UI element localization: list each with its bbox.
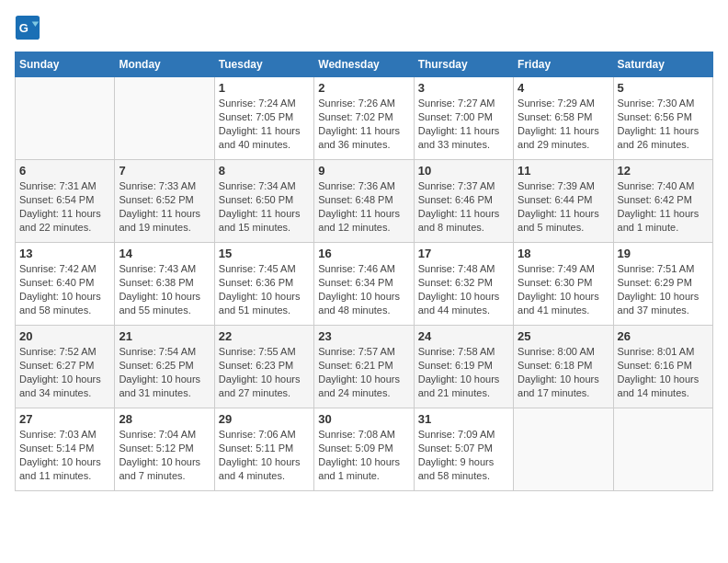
day-number: 29 <box>219 412 310 426</box>
day-number: 22 <box>219 329 310 343</box>
day-info: Sunrise: 7:34 AM Sunset: 6:50 PM Dayligh… <box>219 179 310 234</box>
day-number: 13 <box>19 247 110 260</box>
day-number: 15 <box>219 247 310 260</box>
day-info: Sunrise: 8:00 AM Sunset: 6:18 PM Dayligh… <box>518 345 609 399</box>
day-info: Sunrise: 7:04 AM Sunset: 5:12 PM Dayligh… <box>119 428 210 482</box>
weekday-header-friday: Friday <box>514 52 613 77</box>
calendar-cell: 9Sunrise: 7:36 AM Sunset: 6:48 PM Daylig… <box>314 160 414 243</box>
calendar-cell: 27Sunrise: 7:03 AM Sunset: 5:14 PM Dayli… <box>16 408 115 491</box>
day-number: 1 <box>219 81 310 95</box>
day-info: Sunrise: 7:55 AM Sunset: 6:23 PM Dayligh… <box>219 345 310 399</box>
calendar-cell: 29Sunrise: 7:06 AM Sunset: 5:11 PM Dayli… <box>214 408 313 491</box>
day-info: Sunrise: 8:01 AM Sunset: 6:16 PM Dayligh… <box>618 345 709 399</box>
calendar-cell: 30Sunrise: 7:08 AM Sunset: 5:09 PM Dayli… <box>314 408 414 491</box>
weekday-header-wednesday: Wednesday <box>314 52 414 77</box>
calendar-cell: 16Sunrise: 7:46 AM Sunset: 6:34 PM Dayli… <box>314 243 414 326</box>
calendar-cell: 5Sunrise: 7:30 AM Sunset: 6:56 PM Daylig… <box>613 77 712 160</box>
calendar-cell: 22Sunrise: 7:55 AM Sunset: 6:23 PM Dayli… <box>214 326 313 408</box>
day-number: 26 <box>618 329 709 343</box>
day-info: Sunrise: 7:29 AM Sunset: 6:58 PM Dayligh… <box>518 97 609 151</box>
day-info: Sunrise: 7:54 AM Sunset: 6:25 PM Dayligh… <box>119 345 210 399</box>
logo: G <box>15 15 42 40</box>
day-number: 10 <box>418 164 509 178</box>
day-number: 8 <box>219 164 310 178</box>
day-info: Sunrise: 7:31 AM Sunset: 6:54 PM Dayligh… <box>19 179 110 234</box>
weekday-header-sunday: Sunday <box>16 52 115 77</box>
weekday-header-monday: Monday <box>115 52 214 77</box>
calendar-cell: 23Sunrise: 7:57 AM Sunset: 6:21 PM Dayli… <box>314 326 414 408</box>
calendar-cell: 3Sunrise: 7:27 AM Sunset: 7:00 PM Daylig… <box>414 77 513 160</box>
calendar-cell: 20Sunrise: 7:52 AM Sunset: 6:27 PM Dayli… <box>16 326 115 408</box>
calendar-table: SundayMondayTuesdayWednesdayThursdayFrid… <box>15 52 713 491</box>
calendar-week-5: 27Sunrise: 7:03 AM Sunset: 5:14 PM Dayli… <box>16 408 713 491</box>
day-info: Sunrise: 7:45 AM Sunset: 6:36 PM Dayligh… <box>219 262 310 316</box>
day-info: Sunrise: 7:24 AM Sunset: 7:05 PM Dayligh… <box>219 97 310 151</box>
calendar-cell: 11Sunrise: 7:39 AM Sunset: 6:44 PM Dayli… <box>514 160 613 243</box>
calendar-cell: 8Sunrise: 7:34 AM Sunset: 6:50 PM Daylig… <box>214 160 313 243</box>
page-header: G <box>15 15 713 40</box>
weekday-row: SundayMondayTuesdayWednesdayThursdayFrid… <box>16 52 713 77</box>
calendar-cell: 2Sunrise: 7:26 AM Sunset: 7:02 PM Daylig… <box>314 77 414 160</box>
day-number: 5 <box>618 81 709 95</box>
calendar-cell <box>115 77 214 160</box>
calendar-cell <box>514 408 613 491</box>
calendar-week-1: 1Sunrise: 7:24 AM Sunset: 7:05 PM Daylig… <box>16 77 713 160</box>
day-info: Sunrise: 7:26 AM Sunset: 7:02 PM Dayligh… <box>318 97 409 151</box>
day-info: Sunrise: 7:40 AM Sunset: 6:42 PM Dayligh… <box>618 179 709 234</box>
calendar-cell <box>16 77 115 160</box>
calendar-body: 1Sunrise: 7:24 AM Sunset: 7:05 PM Daylig… <box>16 77 713 491</box>
day-number: 25 <box>518 329 609 343</box>
day-info: Sunrise: 7:42 AM Sunset: 6:40 PM Dayligh… <box>19 262 110 316</box>
calendar-cell: 10Sunrise: 7:37 AM Sunset: 6:46 PM Dayli… <box>414 160 513 243</box>
day-number: 19 <box>618 247 709 260</box>
day-number: 28 <box>119 412 210 426</box>
day-info: Sunrise: 7:57 AM Sunset: 6:21 PM Dayligh… <box>318 345 409 399</box>
calendar-week-3: 13Sunrise: 7:42 AM Sunset: 6:40 PM Dayli… <box>16 243 713 326</box>
calendar-cell: 24Sunrise: 7:58 AM Sunset: 6:19 PM Dayli… <box>414 326 513 408</box>
calendar-cell: 18Sunrise: 7:49 AM Sunset: 6:30 PM Dayli… <box>514 243 613 326</box>
day-number: 21 <box>119 329 210 343</box>
svg-text:G: G <box>19 21 28 35</box>
day-info: Sunrise: 7:49 AM Sunset: 6:30 PM Dayligh… <box>518 262 609 316</box>
day-number: 11 <box>518 164 609 178</box>
day-info: Sunrise: 7:43 AM Sunset: 6:38 PM Dayligh… <box>119 262 210 316</box>
day-info: Sunrise: 7:52 AM Sunset: 6:27 PM Dayligh… <box>19 345 110 399</box>
day-info: Sunrise: 7:03 AM Sunset: 5:14 PM Dayligh… <box>19 428 110 482</box>
day-number: 23 <box>318 329 409 343</box>
calendar-cell: 14Sunrise: 7:43 AM Sunset: 6:38 PM Dayli… <box>115 243 214 326</box>
calendar-cell: 1Sunrise: 7:24 AM Sunset: 7:05 PM Daylig… <box>214 77 313 160</box>
day-info: Sunrise: 7:09 AM Sunset: 5:07 PM Dayligh… <box>418 428 509 482</box>
day-number: 14 <box>119 247 210 260</box>
calendar-cell: 31Sunrise: 7:09 AM Sunset: 5:07 PM Dayli… <box>414 408 513 491</box>
calendar-cell: 19Sunrise: 7:51 AM Sunset: 6:29 PM Dayli… <box>613 243 712 326</box>
day-number: 20 <box>19 329 110 343</box>
day-info: Sunrise: 7:08 AM Sunset: 5:09 PM Dayligh… <box>318 428 409 482</box>
logo-icon: G <box>15 15 40 40</box>
calendar-week-2: 6Sunrise: 7:31 AM Sunset: 6:54 PM Daylig… <box>16 160 713 243</box>
calendar-cell: 25Sunrise: 8:00 AM Sunset: 6:18 PM Dayli… <box>514 326 613 408</box>
day-info: Sunrise: 7:33 AM Sunset: 6:52 PM Dayligh… <box>119 179 210 234</box>
weekday-header-tuesday: Tuesday <box>214 52 313 77</box>
day-info: Sunrise: 7:58 AM Sunset: 6:19 PM Dayligh… <box>418 345 509 399</box>
calendar-cell: 13Sunrise: 7:42 AM Sunset: 6:40 PM Dayli… <box>16 243 115 326</box>
calendar-cell: 6Sunrise: 7:31 AM Sunset: 6:54 PM Daylig… <box>16 160 115 243</box>
day-info: Sunrise: 7:06 AM Sunset: 5:11 PM Dayligh… <box>219 428 310 482</box>
day-info: Sunrise: 7:37 AM Sunset: 6:46 PM Dayligh… <box>418 179 509 234</box>
weekday-header-saturday: Saturday <box>613 52 712 77</box>
day-number: 12 <box>618 164 709 178</box>
day-info: Sunrise: 7:48 AM Sunset: 6:32 PM Dayligh… <box>418 262 509 316</box>
day-info: Sunrise: 7:39 AM Sunset: 6:44 PM Dayligh… <box>518 179 609 234</box>
weekday-header-thursday: Thursday <box>414 52 513 77</box>
day-number: 24 <box>418 329 509 343</box>
calendar-cell: 21Sunrise: 7:54 AM Sunset: 6:25 PM Dayli… <box>115 326 214 408</box>
day-number: 16 <box>318 247 409 260</box>
day-number: 3 <box>418 81 509 95</box>
calendar-cell <box>613 408 712 491</box>
day-number: 4 <box>518 81 609 95</box>
day-number: 27 <box>19 412 110 426</box>
day-number: 30 <box>318 412 409 426</box>
day-info: Sunrise: 7:36 AM Sunset: 6:48 PM Dayligh… <box>318 179 409 234</box>
calendar-cell: 15Sunrise: 7:45 AM Sunset: 6:36 PM Dayli… <box>214 243 313 326</box>
day-number: 9 <box>318 164 409 178</box>
calendar-cell: 17Sunrise: 7:48 AM Sunset: 6:32 PM Dayli… <box>414 243 513 326</box>
